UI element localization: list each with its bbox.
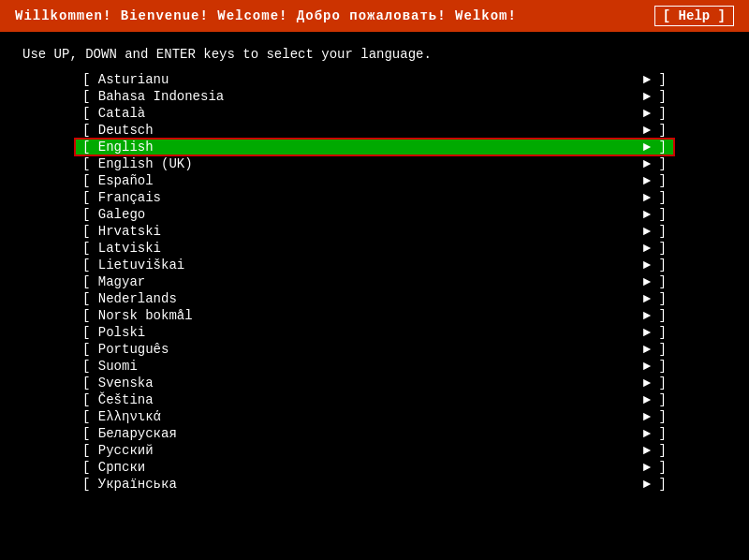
lang-label: [ Bahasa Indonesia bbox=[82, 89, 224, 104]
lang-arrow: ► ] bbox=[643, 241, 667, 256]
lang-label: [ Nederlands bbox=[82, 291, 177, 306]
language-item[interactable]: [ Svenska► ] bbox=[75, 375, 674, 391]
lang-arrow: ► ] bbox=[643, 106, 667, 121]
lang-label: [ Polski bbox=[82, 325, 145, 340]
lang-label: [ English bbox=[82, 140, 154, 155]
lang-arrow: ► ] bbox=[643, 376, 667, 391]
lang-arrow: ► ] bbox=[643, 190, 667, 205]
lang-label: [ Latviski bbox=[82, 241, 161, 256]
language-item[interactable]: [ Asturianu► ] bbox=[75, 71, 674, 88]
lang-label: [ Čeština bbox=[82, 392, 154, 407]
language-item[interactable]: [ English► ] bbox=[75, 139, 674, 155]
language-item[interactable]: [ Latviski► ] bbox=[75, 240, 674, 257]
language-item[interactable]: [ Čeština► ] bbox=[75, 391, 674, 408]
language-item[interactable]: [ Français► ] bbox=[75, 189, 674, 206]
lang-label: [ Lietuviškai bbox=[82, 258, 184, 273]
lang-arrow: ► ] bbox=[643, 207, 667, 222]
lang-label: [ Русский bbox=[82, 443, 154, 458]
lang-arrow: ► ] bbox=[643, 342, 667, 357]
lang-label: [ Asturianu bbox=[82, 72, 169, 87]
language-item[interactable]: [ Norsk bokmål► ] bbox=[75, 307, 674, 324]
lang-label: [ Українська bbox=[82, 477, 177, 492]
lang-arrow: ► ] bbox=[643, 72, 667, 87]
help-button[interactable]: [ Help ] bbox=[654, 6, 734, 26]
lang-label: [ Magyar bbox=[82, 274, 145, 289]
lang-label: [ Ελληνικά bbox=[82, 409, 161, 424]
lang-arrow: ► ] bbox=[643, 460, 667, 475]
language-item[interactable]: [ Català► ] bbox=[75, 105, 674, 122]
language-item[interactable]: [ English (UK)► ] bbox=[75, 155, 674, 172]
language-item[interactable]: [ Українська► ] bbox=[75, 476, 674, 493]
lang-arrow: ► ] bbox=[643, 123, 667, 138]
header-title: Willkommen! Bienvenue! Welcome! Добро по… bbox=[15, 8, 517, 23]
lang-arrow: ► ] bbox=[643, 426, 667, 441]
lang-arrow: ► ] bbox=[643, 274, 667, 289]
lang-arrow: ► ] bbox=[643, 258, 667, 273]
lang-arrow: ► ] bbox=[643, 392, 667, 407]
language-item[interactable]: [ Deutsch► ] bbox=[75, 122, 674, 139]
lang-arrow: ► ] bbox=[643, 325, 667, 340]
lang-label: [ Deutsch bbox=[82, 123, 154, 138]
lang-label: [ Беларуская bbox=[82, 426, 177, 441]
language-item[interactable]: [ Bahasa Indonesia► ] bbox=[75, 88, 674, 105]
language-item[interactable]: [ Galego► ] bbox=[75, 206, 674, 223]
language-item[interactable]: [ Беларуская► ] bbox=[75, 425, 674, 442]
lang-arrow: ► ] bbox=[643, 443, 667, 458]
lang-label: [ Српски bbox=[82, 460, 145, 475]
lang-arrow: ► ] bbox=[643, 291, 667, 306]
language-item[interactable]: [ Lietuviškai► ] bbox=[75, 257, 674, 273]
lang-arrow: ► ] bbox=[643, 173, 667, 188]
lang-label: [ Hrvatski bbox=[82, 224, 161, 239]
lang-label: [ Español bbox=[82, 173, 154, 188]
lang-arrow: ► ] bbox=[643, 359, 667, 374]
language-item[interactable]: [ Suomi► ] bbox=[75, 358, 674, 375]
lang-arrow: ► ] bbox=[643, 140, 667, 155]
lang-arrow: ► ] bbox=[643, 477, 667, 492]
language-item[interactable]: [ Magyar► ] bbox=[75, 273, 674, 290]
lang-arrow: ► ] bbox=[643, 308, 667, 323]
lang-label: [ Català bbox=[82, 106, 145, 121]
lang-label: [ Français bbox=[82, 190, 161, 205]
lang-label: [ Português bbox=[82, 342, 169, 357]
lang-arrow: ► ] bbox=[643, 409, 667, 424]
header-bar: Willkommen! Bienvenue! Welcome! Добро по… bbox=[0, 0, 749, 32]
language-list: [ Asturianu► ][ Bahasa Indonesia► ][ Cat… bbox=[0, 71, 749, 560]
screen: Willkommen! Bienvenue! Welcome! Добро по… bbox=[0, 0, 749, 560]
lang-arrow: ► ] bbox=[643, 89, 667, 104]
language-item[interactable]: [ Polski► ] bbox=[75, 324, 674, 341]
lang-arrow: ► ] bbox=[643, 224, 667, 239]
language-item[interactable]: [ Hrvatski► ] bbox=[75, 223, 674, 240]
instruction-text: Use UP, DOWN and ENTER keys to select yo… bbox=[0, 32, 749, 71]
language-item[interactable]: [ Српски► ] bbox=[75, 459, 674, 476]
lang-label: [ Suomi bbox=[82, 359, 138, 374]
lang-label: [ English (UK) bbox=[82, 156, 193, 171]
language-item[interactable]: [ Português► ] bbox=[75, 341, 674, 358]
language-item[interactable]: [ Ελληνικά► ] bbox=[75, 408, 674, 425]
language-item[interactable]: [ Русский► ] bbox=[75, 442, 674, 459]
lang-arrow: ► ] bbox=[643, 156, 667, 171]
lang-label: [ Galego bbox=[82, 207, 145, 222]
language-item[interactable]: [ Español► ] bbox=[75, 172, 674, 189]
lang-label: [ Svenska bbox=[82, 376, 154, 391]
lang-label: [ Norsk bokmål bbox=[82, 308, 193, 323]
language-item[interactable]: [ Nederlands► ] bbox=[75, 290, 674, 307]
